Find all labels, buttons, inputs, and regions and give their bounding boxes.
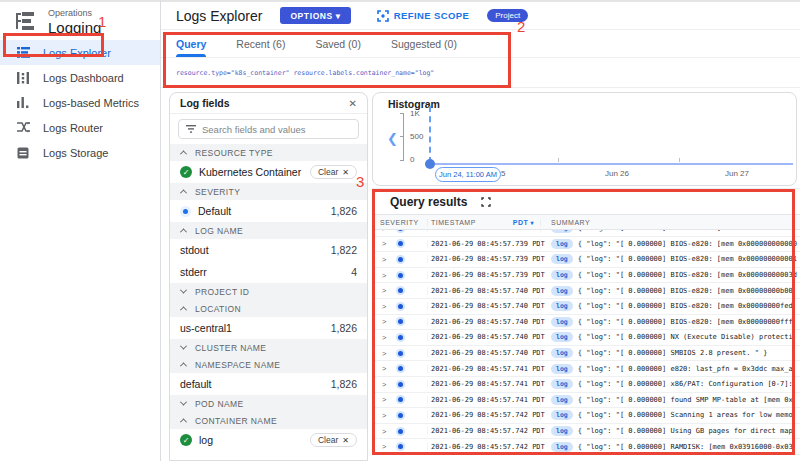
x-tick-label: Jun 26 xyxy=(605,169,629,178)
field-section-namespace-name[interactable]: NAMESPACE NAME xyxy=(170,356,367,373)
tab-query[interactable]: Query xyxy=(176,30,206,57)
product-title: Operations Logging xyxy=(48,8,101,36)
log-summary: { "log": "[ 0.000000] BIOS-e820: [mem 0x… xyxy=(578,271,797,279)
close-icon[interactable]: ✕ xyxy=(349,98,357,109)
log-name-chip[interactable]: log xyxy=(551,239,573,249)
log-name-chip[interactable]: log xyxy=(551,286,573,296)
log-row[interactable]: > 2021-06-29 08:45:57.739 PDT log{ "log"… xyxy=(372,230,800,237)
chevron-up-icon xyxy=(180,150,187,157)
log-row[interactable]: > 2021-06-29 08:45:57.742 PDT log{ "log"… xyxy=(372,439,800,455)
log-fields-search[interactable] xyxy=(178,119,359,139)
scope-badge[interactable]: Project xyxy=(487,9,528,22)
log-name-chip[interactable]: log xyxy=(551,317,573,327)
timeline-handle[interactable] xyxy=(425,159,435,169)
log-row[interactable]: > 2021-06-29 08:45:57.739 PDT log{ "log"… xyxy=(372,252,800,268)
field-value-label: Kubernetes Container xyxy=(199,166,301,178)
app-name: Logging xyxy=(48,19,101,36)
field-value-label: stdout xyxy=(180,244,209,256)
histogram-timeline[interactable] xyxy=(430,163,793,165)
log-row[interactable]: > 2021-06-29 08:45:57.742 PDT log{ "log"… xyxy=(372,408,800,424)
search-fields-input[interactable] xyxy=(202,124,342,135)
log-name-chip[interactable]: log xyxy=(551,348,573,358)
timeline-time-pill[interactable]: Jun 24, 11:00 AM xyxy=(435,167,501,182)
log-name-chip[interactable]: log xyxy=(551,270,573,280)
expand-chevron-icon[interactable]: > xyxy=(382,255,386,264)
expand-chevron-icon[interactable]: > xyxy=(382,442,386,451)
log-name-chip[interactable]: log xyxy=(551,442,573,452)
field-value-stdout[interactable]: stdout 1,822 xyxy=(170,239,367,261)
expand-chevron-icon[interactable]: > xyxy=(382,271,386,280)
field-section-severity[interactable]: SEVERITY xyxy=(170,183,367,200)
sidebar-item-logs-router[interactable]: Logs Router xyxy=(0,115,160,140)
expand-chevron-icon[interactable]: > xyxy=(382,286,386,295)
field-value-count: 4 xyxy=(351,266,357,278)
x-tick-label-partial: 5 xyxy=(501,169,505,178)
expand-chevron-icon[interactable]: > xyxy=(382,333,386,342)
query-editor-row[interactable]: resource.type="k8s_container" resource.l… xyxy=(161,58,800,88)
section-label: RESOURCE TYPE xyxy=(195,148,273,158)
query-results-title-row: Query results xyxy=(372,189,800,214)
log-name-chip[interactable]: log xyxy=(551,379,573,389)
sidebar-item-logs-explorer[interactable]: Logs Explorer xyxy=(0,40,160,65)
expand-chevron-icon[interactable]: > xyxy=(382,230,386,233)
log-name-chip[interactable]: log xyxy=(551,364,573,374)
field-section-pod-name[interactable]: POD NAME xyxy=(170,395,367,412)
histogram-prev-icon[interactable]: ❮ xyxy=(387,131,398,146)
field-section-log-name[interactable]: LOG NAME xyxy=(170,222,367,239)
expand-chevron-icon[interactable]: > xyxy=(382,395,386,404)
tab-suggested[interactable]: Suggested (0) xyxy=(391,30,457,57)
field-section-resource-type[interactable]: RESOURCE TYPE xyxy=(170,144,367,161)
log-row[interactable]: > 2021-06-29 08:45:57.740 PDT log{ "log"… xyxy=(372,283,800,299)
log-name-chip[interactable]: log xyxy=(551,332,573,342)
sidebar: Operations Logging Logs Explorer Logs Da… xyxy=(0,2,160,461)
log-name-chip[interactable]: log xyxy=(551,395,573,405)
severity-default-icon xyxy=(396,271,405,280)
log-name-chip[interactable]: log xyxy=(551,301,573,311)
field-value-log[interactable]: ✓ log Clear ✕ xyxy=(170,429,367,451)
field-value-kubernetes-container[interactable]: ✓ Kubernetes Container Clear ✕ xyxy=(170,161,367,183)
refine-scope-button[interactable]: REFINE SCOPE xyxy=(377,10,470,22)
log-row[interactable]: > 2021-06-29 08:45:57.739 PDT log{ "log"… xyxy=(372,237,800,253)
severity-default-icon xyxy=(180,206,191,217)
log-row[interactable]: > 2021-06-29 08:45:57.739 PDT log{ "log"… xyxy=(372,268,800,284)
clear-filter-chip[interactable]: Clear ✕ xyxy=(310,433,357,447)
log-name-chip[interactable]: log xyxy=(551,230,573,233)
log-row[interactable]: > 2021-06-29 08:45:57.740 PDT log{ "log"… xyxy=(372,315,800,331)
field-section-cluster-name[interactable]: CLUSTER NAME xyxy=(170,339,367,356)
sidebar-item-logs-storage[interactable]: Logs Storage xyxy=(0,140,160,165)
expand-chevron-icon[interactable]: > xyxy=(382,380,386,389)
expand-chevron-icon[interactable]: > xyxy=(382,427,386,436)
timezone-selector[interactable]: PDT xyxy=(513,219,534,226)
log-name-chip[interactable]: log xyxy=(551,254,573,264)
log-row[interactable]: > 2021-06-29 08:45:57.741 PDT log{ "log"… xyxy=(372,361,800,377)
expand-chevron-icon[interactable]: > xyxy=(382,349,386,358)
log-row[interactable]: > 2021-06-29 08:45:57.742 PDT log{ "log"… xyxy=(372,424,800,440)
log-row[interactable]: > 2021-06-29 08:45:57.740 PDT log{ "log"… xyxy=(372,299,800,315)
field-value-default-namespace[interactable]: default 1,826 xyxy=(170,373,367,395)
field-section-container-name[interactable]: CONTAINER NAME xyxy=(170,412,367,429)
log-row[interactable]: > 2021-06-29 08:45:57.741 PDT log{ "log"… xyxy=(372,377,800,393)
query-text[interactable]: resource.type="k8s_container" resource.l… xyxy=(176,69,434,77)
log-name-chip[interactable]: log xyxy=(551,410,573,420)
field-section-project-id[interactable]: PROJECT ID xyxy=(170,283,367,300)
fullscreen-icon[interactable] xyxy=(481,197,491,207)
expand-chevron-icon[interactable]: > xyxy=(382,302,386,311)
sidebar-item-logs-based-metrics[interactable]: Logs-based Metrics xyxy=(0,90,160,115)
field-section-location[interactable]: LOCATION xyxy=(170,300,367,317)
tab-saved[interactable]: Saved (0) xyxy=(315,30,361,57)
expand-chevron-icon[interactable]: > xyxy=(382,317,386,326)
log-name-chip[interactable]: log xyxy=(551,426,573,436)
expand-chevron-icon[interactable]: > xyxy=(382,239,386,248)
clear-filter-chip[interactable]: Clear ✕ xyxy=(310,165,357,179)
log-row[interactable]: > 2021-06-29 08:45:57.741 PDT log{ "log"… xyxy=(372,393,800,409)
field-value-stderr[interactable]: stderr 4 xyxy=(170,261,367,283)
expand-chevron-icon[interactable]: > xyxy=(382,411,386,420)
expand-chevron-icon[interactable]: > xyxy=(382,364,386,373)
field-value-default[interactable]: Default 1,826 xyxy=(170,200,367,222)
tab-recent[interactable]: Recent (6) xyxy=(236,30,285,57)
log-row[interactable]: > 2021-06-29 08:45:57.740 PDT log{ "log"… xyxy=(372,330,800,346)
log-row[interactable]: > 2021-06-29 08:45:57.740 PDT log{ "log"… xyxy=(372,346,800,362)
sidebar-item-logs-dashboard[interactable]: Logs Dashboard xyxy=(0,65,160,90)
options-button[interactable]: OPTIONS ▾ xyxy=(280,7,350,24)
field-value-us-central1[interactable]: us-central1 1,826 xyxy=(170,317,367,339)
